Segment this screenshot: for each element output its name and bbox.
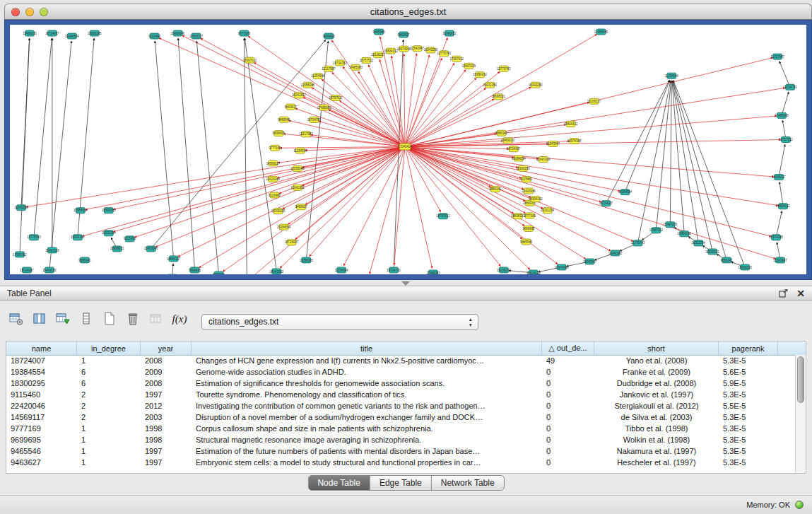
table-select-dropdown[interactable]: citations_edges.txt ▲▼: [201, 314, 478, 330]
column-header-year[interactable]: year: [141, 341, 192, 355]
table-cell: Structural magnetic resonance image aver…: [192, 434, 542, 445]
network-node-label: 18724007: [45, 32, 59, 35]
network-node-label: 9465546: [278, 118, 290, 122]
network-edge: [322, 79, 405, 146]
table-cell: Nakamura et al. (1997): [594, 445, 719, 457]
zoom-window-button[interactable]: [40, 8, 48, 16]
network-node-label: 18757512: [360, 59, 374, 62]
network-node-label: 9886341: [489, 187, 502, 191]
table-cell: 0: [542, 400, 594, 411]
network-edge: [405, 146, 775, 258]
table-settings-icon[interactable]: [8, 311, 24, 327]
network-node-label: 18300295: [271, 209, 286, 213]
network-node-label: 9465546: [520, 240, 533, 244]
network-node-label: 20211254: [692, 241, 706, 245]
column-header-short[interactable]: short: [594, 341, 719, 355]
table-row[interactable]: 946554611997Estimation of the future num…: [6, 445, 796, 457]
network-node-label: 17240414: [398, 145, 412, 148]
node-table: namein_degreeyeartitle△ out_de...shortpa…: [6, 341, 806, 474]
network-edge: [178, 38, 194, 270]
table-row[interactable]: 977716911998Corpus callosum shape and si…: [6, 423, 796, 434]
table-cell: 5.3E-5: [719, 445, 778, 457]
table-row[interactable]: 946362711997Embryonic stem cells: a mode…: [6, 457, 796, 468]
minimize-window-button[interactable]: [25, 8, 34, 16]
network-node-label: 11543947: [583, 260, 597, 264]
table-cell: Changes of HCN gene expression and I(f) …: [192, 355, 542, 366]
close-panel-icon[interactable]: ✕: [796, 288, 805, 298]
import-table-icon[interactable]: [55, 311, 71, 327]
close-window-button[interactable]: [11, 8, 20, 16]
network-node-label: 12217987: [770, 55, 784, 59]
table-cell: 49: [542, 355, 594, 366]
column-header-name[interactable]: name: [6, 341, 77, 355]
rename-table-icon[interactable]: [148, 311, 164, 327]
row-tools-icon[interactable]: [78, 311, 94, 327]
table-vertical-scrollbar[interactable]: [795, 355, 806, 473]
network-edge: [779, 144, 785, 177]
new-file-icon[interactable]: [102, 311, 117, 327]
network-canvas[interactable]: 1872400719384554183002959115460224200461…: [10, 25, 806, 274]
traffic-lights: [11, 8, 48, 16]
table-header-row: namein_degreeyeartitle△ out_de...shortpa…: [6, 341, 806, 356]
tab-edge-table[interactable]: Edge Table: [370, 476, 432, 490]
table-row[interactable]: 1872400712008Changes of HCN gene express…: [6, 355, 796, 366]
table-cell: 2008: [141, 378, 192, 389]
table-cell: 9463627: [6, 457, 77, 468]
network-node-label: 14569117: [266, 162, 281, 165]
network-edge: [83, 146, 405, 235]
network-node-label: 19734783: [783, 86, 797, 89]
table-row[interactable]: 969969511998Structural magnetic resonanc…: [6, 434, 796, 445]
network-node-label: 18757512: [436, 214, 450, 218]
table-cell: Tibbo et al. (1998): [594, 423, 719, 434]
network-node-label: 16954192: [678, 232, 692, 235]
delete-icon[interactable]: [125, 311, 141, 327]
table-row[interactable]: 1456911722003Disruption of a novel membe…: [6, 411, 796, 423]
table-row[interactable]: 2242004622012Investigating the contribut…: [6, 400, 796, 411]
network-node-label: 9886341: [78, 259, 91, 262]
network-edge: [312, 88, 405, 146]
network-edge: [779, 182, 783, 206]
table-cell: 1997: [141, 445, 192, 457]
network-node-label: 15824132: [564, 122, 578, 126]
network-edge: [405, 146, 771, 236]
table-cell: Hescheler et al. (1997): [594, 457, 719, 468]
network-node-label: 15824132: [526, 271, 541, 274]
memory-status-indicator[interactable]: [795, 501, 804, 509]
network-node-label: 15469100: [738, 266, 752, 269]
network-node-label: 17997012: [243, 59, 257, 62]
network-edge: [172, 264, 173, 274]
network-node-label: 9777169: [524, 214, 536, 218]
network-node-label: 15824132: [384, 49, 398, 53]
network-node-label: 12058345: [300, 259, 314, 262]
table-row[interactable]: 911546021997Tourette syndrome. Phenomeno…: [6, 389, 796, 400]
table-cell: 9115460: [6, 389, 77, 400]
column-header-title[interactable]: title: [192, 341, 542, 355]
network-edge: [49, 41, 71, 270]
scrollbar-thumb[interactable]: [797, 356, 804, 403]
float-panel-icon[interactable]: [779, 289, 788, 298]
network-edge: [405, 146, 778, 205]
network-edge: [625, 81, 669, 192]
network-node-label: 9115460: [148, 35, 160, 38]
network-window: citations_edges.txt 18724007193845541830…: [4, 4, 812, 280]
function-builder-icon[interactable]: f(x): [172, 311, 187, 327]
table-cell: 1: [77, 457, 141, 468]
table-row[interactable]: 1830029562008Estimation of significance …: [6, 378, 796, 389]
table-cell: 1998: [141, 434, 192, 445]
tab-network-table[interactable]: Network Table: [432, 476, 504, 490]
network-node-label: 9777169: [269, 146, 282, 150]
show-columns-icon[interactable]: [32, 311, 47, 327]
column-header-pagerank[interactable]: pagerank: [719, 341, 778, 355]
network-edge: [405, 124, 566, 146]
network-node-label: 11543947: [773, 259, 787, 262]
network-edge: [405, 146, 611, 250]
table-row[interactable]: 1938455462009Genome-wide association stu…: [6, 366, 796, 378]
column-header-in_degree[interactable]: in_degree: [77, 341, 141, 355]
window-titlebar[interactable]: citations_edges.txt: [4, 4, 812, 20]
network-node-label: 9777169: [238, 32, 251, 35]
table-cell: Corpus callosum shape and size in male p…: [192, 423, 542, 434]
tab-node-table[interactable]: Node Table: [308, 476, 370, 490]
table-cell: 0: [542, 457, 594, 468]
column-header-out_de[interactable]: △ out_de...: [542, 341, 594, 355]
table-cell: Investigating the contribution of common…: [192, 400, 542, 411]
